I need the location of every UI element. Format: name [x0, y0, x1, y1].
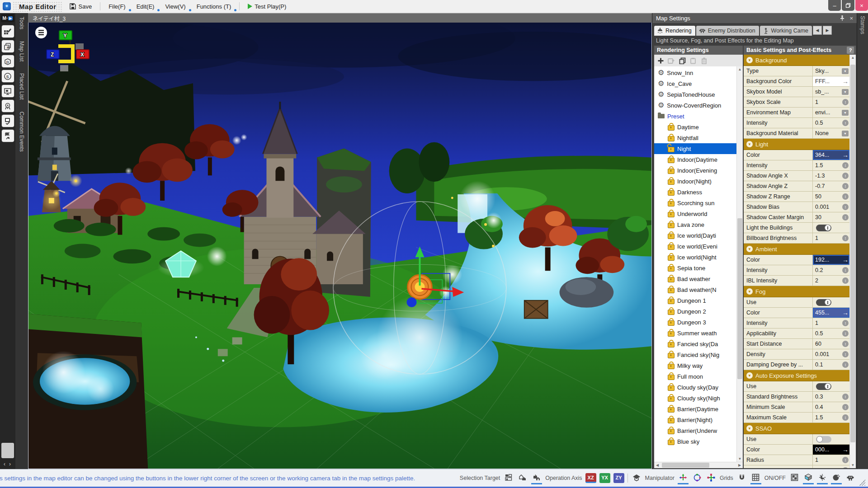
rendering-preset-item[interactable]: Underworld: [654, 208, 736, 219]
property-value[interactable]: 30↕: [813, 212, 849, 222]
map-tab[interactable]: ネイテイ村_3: [28, 13, 652, 23]
property-value[interactable]: sb_...▼: [813, 87, 849, 97]
property-value[interactable]: 0.2↕: [813, 265, 849, 275]
property-value[interactable]: 2↕: [813, 276, 849, 286]
system-tool-button[interactable]: S: [2, 70, 14, 82]
map-edit-tool-button[interactable]: [2, 25, 14, 38]
rendering-preset-item[interactable]: Summer weath: [654, 328, 736, 338]
dropdown-icon[interactable]: ▼: [842, 89, 849, 95]
property-value[interactable]: 0.5↕: [813, 118, 849, 128]
rendering-preset-item[interactable]: Scorching sun: [654, 197, 736, 208]
rendering-preset-item[interactable]: Dungeon 1: [654, 295, 736, 306]
delete-preset-button[interactable]: [699, 56, 708, 65]
property-value[interactable]: 4↕: [813, 465, 849, 468]
rendering-preset-item[interactable]: Darkness: [654, 187, 736, 197]
color-picker-arrow-icon[interactable]: →: [842, 257, 849, 263]
list-horizontal-scrollbar[interactable]: ◀▶: [654, 462, 743, 468]
spinner-icon[interactable]: ↕: [842, 183, 849, 189]
panel-close-icon[interactable]: ×: [849, 15, 853, 22]
rendering-preset-item[interactable]: Ice world(Dayti: [654, 230, 736, 241]
spinner-icon[interactable]: ↕: [842, 173, 849, 179]
rendering-preset-item[interactable]: Indoor(Daytime: [654, 154, 736, 165]
property-value[interactable]: 0.5↕: [813, 328, 849, 338]
menu-functions[interactable]: Functions (T): [192, 2, 236, 11]
spinner-icon[interactable]: ↕: [842, 162, 849, 169]
property-value[interactable]: -0.7↕: [813, 181, 849, 191]
spinner-icon[interactable]: ↕: [842, 414, 849, 421]
list-vertical-scrollbar[interactable]: ▲ ▼: [736, 66, 743, 462]
rendering-preset-item[interactable]: Indoor(Evening: [654, 165, 736, 176]
add-preset-button[interactable]: [656, 56, 665, 65]
dropdown-icon[interactable]: ▼: [842, 131, 849, 136]
rendering-preset-item[interactable]: ⚙SepiaTonedHouse: [654, 89, 736, 100]
scale-tool-button[interactable]: [706, 472, 717, 484]
dropdown-icon[interactable]: ▼: [842, 110, 849, 116]
checker-display-button[interactable]: [789, 472, 800, 484]
dropdown-icon[interactable]: ▼: [842, 68, 849, 74]
rendering-preset-item[interactable]: Sepia tone: [654, 263, 736, 273]
toggle-switch[interactable]: [816, 436, 831, 443]
rendering-preset-item[interactable]: Dungeon 2: [654, 306, 736, 317]
spinner-icon[interactable]: ↕: [842, 235, 849, 241]
rendering-preset-item[interactable]: Ice world(Eveni: [654, 241, 736, 252]
property-value[interactable]: 1↕: [813, 318, 849, 328]
event-tool-button[interactable]: [2, 130, 14, 142]
lighting-display-button[interactable]: [817, 472, 828, 484]
property-value[interactable]: [813, 381, 849, 391]
rendering-preset-item[interactable]: Lava zone: [654, 219, 736, 230]
tab-tools[interactable]: Tools: [19, 17, 25, 29]
spinner-icon[interactable]: ↕: [842, 204, 849, 210]
section-header[interactable]: ▼Fog: [744, 286, 849, 297]
property-value[interactable]: 1.5↕: [813, 413, 849, 422]
axis-yx-button[interactable]: YX: [599, 473, 610, 483]
resize-grip[interactable]: [859, 479, 865, 486]
move-tool-button[interactable]: [678, 472, 689, 484]
toolbar-expand-button[interactable]: M·▶: [1, 14, 14, 22]
menu-edit[interactable]: Edit(E): [132, 2, 159, 11]
help-button[interactable]: ?: [847, 47, 854, 54]
tab-common-events[interactable]: Common Events: [19, 112, 25, 152]
close-button[interactable]: ×: [855, 0, 868, 11]
rendering-preset-item[interactable]: Daytime: [654, 122, 736, 132]
tab-map-list[interactable]: Map List: [19, 41, 25, 61]
select-blocks-button[interactable]: [503, 472, 514, 484]
restore-button[interactable]: [842, 0, 854, 11]
tabs-scroll-left[interactable]: ◀: [813, 26, 822, 35]
property-value[interactable]: 455...→: [813, 308, 849, 318]
section-header[interactable]: ▼Ambient: [744, 244, 849, 255]
section-header[interactable]: ▼SSAO: [744, 423, 849, 434]
property-value[interactable]: 50↕: [813, 192, 849, 202]
toolbar-scroll-arrows[interactable]: ‹›: [1, 461, 14, 467]
spinner-icon[interactable]: ↕: [842, 99, 849, 105]
tab-enemy-distribution[interactable]: Enemy Distribution: [696, 26, 759, 36]
menu-file[interactable]: File(F): [104, 2, 130, 11]
pin-icon[interactable]: [840, 15, 845, 21]
rendering-preset-item[interactable]: Fancied sky(Nig: [654, 349, 736, 360]
property-value[interactable]: [813, 223, 849, 233]
minimize-button[interactable]: –: [828, 0, 841, 11]
property-value[interactable]: [813, 297, 849, 307]
skybox-display-button[interactable]: [803, 472, 814, 484]
axis-zy-button[interactable]: ZY: [613, 473, 624, 483]
property-value[interactable]: -1.3↕: [813, 171, 849, 181]
rendering-preset-item[interactable]: Barrier(Underw: [654, 425, 736, 436]
spinner-icon[interactable]: ↕: [842, 267, 849, 273]
rotate-tool-button[interactable]: [692, 472, 703, 484]
color-picker-arrow-icon[interactable]: →: [842, 310, 849, 316]
paste-preset-button[interactable]: [689, 56, 698, 65]
properties-vertical-scrollbar[interactable]: ▲ ▼: [849, 55, 856, 468]
rendering-preset-item[interactable]: Full moon: [654, 371, 736, 382]
property-value[interactable]: 1↕: [813, 233, 849, 243]
spinner-icon[interactable]: ↕: [842, 341, 849, 347]
select-all-button[interactable]: [531, 472, 542, 484]
scene-3d[interactable]: Y Z X: [28, 23, 652, 469]
section-header[interactable]: ▼Background: [744, 55, 849, 66]
rendering-preset-item[interactable]: Blue sky: [654, 436, 736, 447]
spinner-icon[interactable]: ↕: [842, 320, 849, 326]
stamp-tool-button[interactable]: [2, 115, 14, 127]
resource-tool-button[interactable]: R: [2, 40, 14, 52]
spinner-icon[interactable]: ↕: [842, 467, 849, 468]
toggle-switch[interactable]: [816, 383, 831, 390]
property-value[interactable]: 364...→: [813, 150, 849, 160]
color-picker-arrow-icon[interactable]: →: [842, 78, 849, 84]
